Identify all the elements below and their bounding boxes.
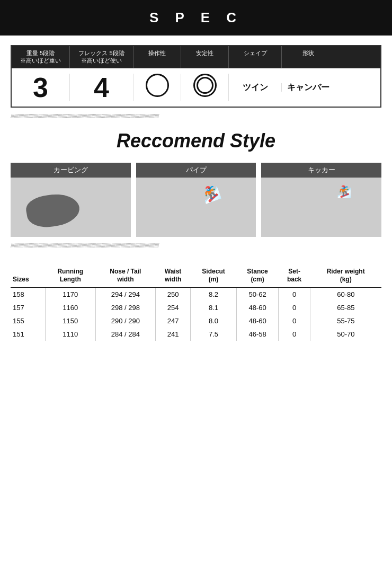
cell-2-2: 290 / 290	[95, 314, 155, 328]
spec-table-section: Sizes RunningLength Nose / Tailwidth Wai…	[11, 264, 381, 341]
cell-3-5: 46-58	[236, 328, 279, 341]
table-row: 1581170294 / 2942508.250-62060-80	[11, 287, 381, 301]
label-stability: 安定性	[181, 46, 229, 68]
col-header-stance: Stance(cm)	[236, 264, 279, 288]
cell-2-4: 8.0	[191, 314, 236, 328]
label-shape: シェイプ	[229, 46, 282, 68]
cell-1-2: 298 / 298	[95, 301, 155, 314]
style-card-pipe: パイプ	[136, 163, 256, 237]
stats-values-row: 3 4 ツイン キャンバー	[12, 68, 380, 107]
cell-1-3: 254	[155, 301, 191, 314]
table-row: 1571160298 / 2982548.148-60065-85	[11, 301, 381, 314]
cell-1-0: 157	[11, 301, 45, 314]
label-flex: フレックス 5段階 ※高いほど硬い	[70, 46, 133, 68]
style-card-kicker: キッカー	[261, 163, 381, 237]
label-weight: 重量 5段階 ※高いほど重い	[12, 46, 70, 68]
cell-1-1: 1160	[45, 301, 95, 314]
cell-3-6: 0	[279, 328, 310, 341]
cell-3-1: 1110	[45, 328, 95, 341]
label-maneuverability: 操作性	[133, 46, 181, 68]
cell-2-0: 155	[11, 314, 45, 328]
col-header-setback: Set-back	[279, 264, 310, 288]
cell-1-6: 0	[279, 301, 310, 314]
cell-2-7: 55-75	[310, 314, 381, 328]
cell-2-1: 1150	[45, 314, 95, 328]
cell-0-0: 158	[11, 287, 45, 301]
recommend-title: Reccomend Style	[0, 130, 392, 152]
cell-0-3: 250	[155, 287, 191, 301]
spec-header: S P E C	[0, 0, 392, 36]
col-header-sizes: Sizes	[11, 264, 45, 288]
cell-3-2: 284 / 284	[95, 328, 155, 341]
cell-0-7: 60-80	[310, 287, 381, 301]
circle-empty-icon	[146, 74, 169, 97]
table-row: 1511110284 / 2842417.546-58050-70	[11, 328, 381, 341]
label-form: 形状	[282, 46, 335, 68]
cell-2-6: 0	[279, 314, 310, 328]
cell-0-1: 1170	[45, 287, 95, 301]
carving-label: カービング	[11, 163, 131, 178]
spec-table: Sizes RunningLength Nose / Tailwidth Wai…	[11, 264, 381, 341]
cell-3-7: 50-70	[310, 328, 381, 341]
stats-labels-row: 重量 5段階 ※高いほど重い フレックス 5段階 ※高いほど硬い 操作性 安定性…	[12, 46, 380, 68]
kicker-label: キッカー	[261, 163, 381, 178]
cell-0-2: 294 / 294	[95, 287, 155, 301]
cell-0-4: 8.2	[191, 287, 236, 301]
table-header-row: Sizes RunningLength Nose / Tailwidth Wai…	[11, 264, 381, 288]
circle-double-icon	[193, 74, 217, 97]
cell-2-3: 247	[155, 314, 191, 328]
maneuverability-icon-cell	[133, 74, 181, 101]
style-card-carving: カービング	[11, 163, 131, 237]
cell-1-5: 48-60	[236, 301, 279, 314]
stats-container: 重量 5段階 ※高いほど重い フレックス 5段階 ※高いほど硬い 操作性 安定性…	[11, 45, 381, 108]
col-header-nose-tail: Nose / Tailwidth	[95, 264, 155, 288]
col-header-running: RunningLength	[45, 264, 95, 288]
cell-0-6: 0	[279, 287, 310, 301]
cell-3-0: 151	[11, 328, 45, 341]
cell-3-3: 241	[155, 328, 191, 341]
form-value: キャンバー	[282, 83, 335, 92]
col-header-waist: Waistwidth	[155, 264, 191, 288]
slash-divider-top: ////////////////////////////////////////…	[0, 108, 392, 125]
cell-1-7: 65-85	[310, 301, 381, 314]
cell-2-5: 48-60	[236, 314, 279, 328]
flex-value: 4	[70, 74, 133, 101]
slash-divider-bottom: ////////////////////////////////////////…	[0, 237, 392, 254]
cell-0-5: 50-62	[236, 287, 279, 301]
shape-value: ツイン	[229, 83, 282, 92]
col-header-sidecut: Sidecut(m)	[191, 264, 236, 288]
stability-icon-cell	[181, 74, 229, 101]
weight-value: 3	[12, 74, 70, 101]
pipe-label: パイプ	[136, 163, 256, 178]
col-header-rider-weight: Rider weight(kg)	[310, 264, 381, 288]
table-row: 1551150290 / 2902478.048-60055-75	[11, 314, 381, 328]
style-images-row: カービング パイプ キッカー	[0, 163, 392, 237]
cell-3-4: 7.5	[191, 328, 236, 341]
cell-1-4: 8.1	[191, 301, 236, 314]
